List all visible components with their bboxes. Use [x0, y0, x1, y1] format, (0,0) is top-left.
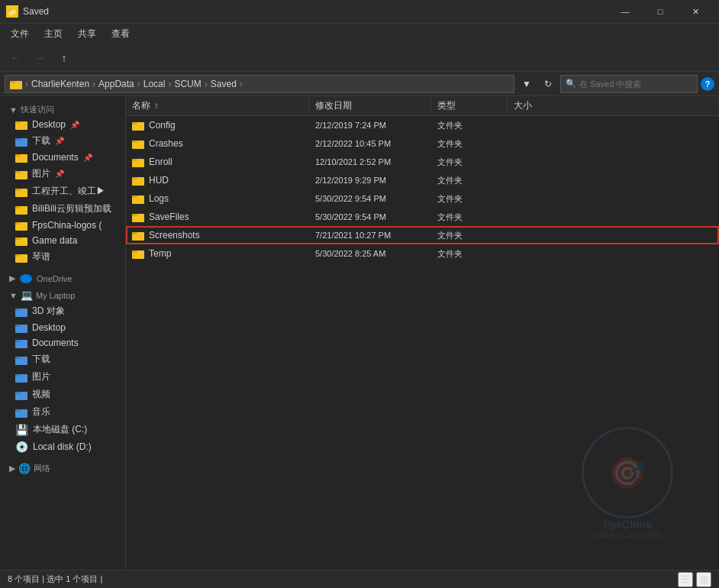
- folder-icon: [15, 204, 27, 215]
- forward-button[interactable]: →: [29, 47, 50, 69]
- sidebar-item-music2[interactable]: 音乐: [0, 403, 125, 421]
- svg-rect-29: [15, 374, 21, 376]
- breadcrumb[interactable]: › CharlieKenten › AppData › Local › SCUM…: [5, 75, 514, 93]
- back-button[interactable]: ←: [5, 47, 26, 69]
- folder-icon: [15, 152, 27, 163]
- sidebar: ▼ 快速访问 Desktop 📌 下载 📌 Documents 📌 图片 📌 工…: [0, 96, 126, 570]
- sidebar-item-label: 下载: [32, 353, 50, 366]
- sidebar-item-label: Documents: [32, 338, 79, 348]
- close-button[interactable]: ✕: [678, 0, 713, 23]
- sidebar-item-music[interactable]: 琴谱: [0, 248, 125, 266]
- folder-icon: [15, 252, 27, 263]
- file-cell-date: 5/30/2022 8:25 AM: [309, 244, 431, 263]
- refresh-button[interactable]: ↻: [539, 75, 557, 93]
- table-row[interactable]: SaveFiles 5/30/2022 9:54 PM 文件夹: [126, 208, 719, 226]
- sidebar-item-videos[interactable]: 视频: [0, 386, 125, 403]
- table-row[interactable]: Screenshots 7/21/2021 10:27 PM 文件夹: [126, 226, 719, 244]
- pin-icon: 📌: [55, 137, 64, 145]
- folder-icon: [15, 235, 27, 246]
- col-header-type[interactable]: 类型: [431, 96, 508, 115]
- status-bar: 8 个项目 | 选中 1 个项目 | ☰ ⊞: [0, 570, 719, 588]
- folder-icon: [15, 338, 27, 348]
- folder-icon: [15, 354, 27, 365]
- sidebar-item-fpschina[interactable]: FpsChina-logos (: [0, 218, 125, 233]
- folder-icon: [132, 230, 144, 241]
- col-header-size[interactable]: 大小: [508, 96, 569, 115]
- sidebar-item-documents[interactable]: Documents 📌: [0, 150, 125, 165]
- sidebar-item-downloads[interactable]: 下载 📌: [0, 132, 125, 150]
- file-cell-name: Temp: [126, 244, 309, 263]
- sidebar-item-desktop[interactable]: Desktop 📌: [0, 117, 125, 132]
- search-box[interactable]: 🔍: [560, 75, 698, 93]
- table-row[interactable]: Crashes 2/12/2022 10:45 PM 文件夹: [126, 134, 719, 153]
- maximize-button[interactable]: □: [643, 0, 678, 23]
- minimize-button[interactable]: —: [608, 0, 643, 23]
- sidebar-item-label: 本地磁盘 (C:): [33, 423, 87, 436]
- sidebar-section-mylaptop[interactable]: ▼ 💻 My Laptop: [0, 285, 125, 302]
- breadcrumb-dropdown-button[interactable]: ▼: [517, 75, 536, 93]
- table-row[interactable]: Enroll 12/10/2021 2:52 PM 文件夹: [126, 153, 719, 171]
- status-icons: ☰ ⊞: [678, 572, 711, 587]
- breadcrumb-appdata[interactable]: AppData: [98, 79, 134, 89]
- folder-icon: [15, 220, 27, 231]
- file-rows: Config 2/12/2019 7:24 PM 文件夹 Crashes 2/1…: [126, 116, 719, 570]
- chevron-down-icon: ▼: [9, 291, 18, 300]
- title-bar: 📁 Saved — □ ✕: [0, 0, 719, 23]
- folder-icon: [15, 322, 27, 333]
- sidebar-item-label: Desktop: [32, 119, 66, 130]
- toolbar: ← → ↑: [0, 44, 719, 72]
- table-row[interactable]: Config 2/12/2019 7:24 PM 文件夹: [126, 116, 719, 134]
- sidebar-item-local-disk-c[interactable]: 💾 本地磁盘 (C:): [0, 421, 125, 438]
- table-row[interactable]: Temp 5/30/2022 8:25 AM 文件夹: [126, 244, 719, 263]
- file-cell-name: SaveFiles: [126, 208, 309, 226]
- breadcrumb-local[interactable]: Local: [143, 79, 166, 89]
- help-button[interactable]: ?: [701, 77, 714, 91]
- file-cell-date: 5/30/2022 9:54 PM: [309, 208, 431, 226]
- file-cell-date: 7/21/2021 10:27 PM: [309, 226, 431, 244]
- sidebar-item-pictures[interactable]: 图片 📌: [0, 165, 125, 183]
- view-grid-button[interactable]: ⊞: [696, 572, 711, 587]
- column-headers: 名称 ⇑ 修改日期 类型 大小: [126, 96, 719, 116]
- svg-rect-3: [15, 121, 21, 124]
- sidebar-item-bilibili[interactable]: BiliBili云剪辑预加载: [0, 200, 125, 218]
- sidebar-item-3d-objects[interactable]: 3D 对象: [0, 302, 125, 320]
- sidebar-item-label: FpsChina-logos (: [32, 220, 102, 231]
- menu-share[interactable]: 共享: [70, 24, 104, 44]
- up-button[interactable]: ↑: [53, 47, 75, 69]
- sidebar-item-label: 视频: [32, 388, 50, 401]
- sidebar-section-onedrive[interactable]: ▶ OneDrive: [0, 269, 125, 285]
- sidebar-item-desktop2[interactable]: Desktop: [0, 320, 125, 335]
- sidebar-item-pictures2[interactable]: 图片: [0, 368, 125, 386]
- menu-home[interactable]: 主页: [37, 24, 70, 44]
- file-cell-name: HUD: [126, 171, 309, 189]
- folder-icon: [15, 306, 27, 317]
- menu-file[interactable]: 文件: [3, 24, 37, 44]
- chevron-down-icon: ▼: [9, 105, 18, 115]
- svg-rect-7: [15, 154, 21, 157]
- search-input[interactable]: [579, 79, 692, 89]
- table-row[interactable]: HUD 2/12/2019 9:29 PM 文件夹: [126, 171, 719, 189]
- breadcrumb-saved[interactable]: Saved: [211, 79, 237, 89]
- svg-rect-15: [15, 222, 21, 225]
- folder-icon: [15, 407, 27, 418]
- window-icon: 📁: [6, 5, 18, 18]
- sidebar-item-gamedata[interactable]: Game data: [0, 233, 125, 248]
- svg-rect-45: [132, 214, 137, 216]
- sidebar-item-downloads2[interactable]: 下载: [0, 351, 125, 368]
- sidebar-item-documents2[interactable]: Documents: [0, 335, 125, 351]
- svg-rect-17: [15, 237, 21, 240]
- svg-rect-27: [15, 357, 21, 359]
- sidebar-item-work[interactable]: 工程开工、竣工▶: [0, 183, 125, 200]
- breadcrumb-scum[interactable]: SCUM: [174, 79, 201, 89]
- col-header-name[interactable]: 名称 ⇑: [126, 96, 309, 115]
- table-row[interactable]: Logs 5/30/2022 9:54 PM 文件夹: [126, 189, 719, 208]
- file-cell-size: [508, 208, 569, 226]
- sidebar-section-network[interactable]: ▶ 🌐 网络: [0, 458, 125, 476]
- breadcrumb-charliementen[interactable]: CharlieKenten: [31, 79, 89, 89]
- sidebar-item-local-disk-d[interactable]: 💿 Local disk (D:): [0, 438, 125, 455]
- sidebar-item-label: Local disk (D:): [33, 441, 92, 452]
- view-list-button[interactable]: ☰: [678, 572, 693, 587]
- menu-view[interactable]: 查看: [104, 24, 137, 44]
- col-header-date[interactable]: 修改日期: [309, 96, 431, 115]
- sidebar-section-quick-access[interactable]: ▼ 快速访问: [0, 99, 125, 117]
